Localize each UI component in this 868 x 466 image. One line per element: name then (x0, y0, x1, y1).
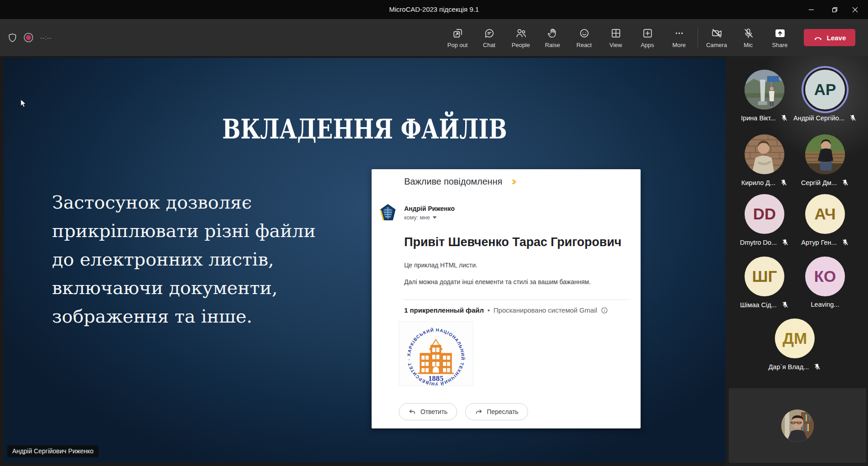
more-icon (673, 27, 685, 39)
toolbar-button-label: More (672, 42, 686, 48)
toolbar-button-label: Chat (483, 42, 495, 48)
react-icon (578, 27, 590, 39)
slide-body-text: Застосунок дозволяєприкріплювати різні ф… (52, 188, 316, 331)
leave-label: Leave (827, 34, 846, 42)
participant-avatar-photo (745, 134, 784, 174)
toolbar-button-label: Pop out (448, 42, 468, 48)
participant-name: Кирило Д... (741, 179, 775, 186)
toolbar-button-people[interactable]: People (505, 19, 537, 56)
toolbar-button-label: Share (772, 42, 788, 48)
toolbar-button-camera[interactable]: Camera (701, 19, 732, 56)
participant-label: Leaving... (811, 301, 840, 308)
toolbar-button-share[interactable]: Share (764, 19, 796, 56)
email-to-row: кому: мне (404, 214, 437, 221)
participant-tile[interactable]: Сергій Дм... (789, 134, 861, 186)
participant-label: Ірина Вікт... (741, 114, 788, 122)
participant-label: Сергій Дм... (801, 179, 849, 186)
toolbar-button-raise[interactable]: Raise (537, 19, 568, 56)
toolbar-button-popout[interactable]: Pop out (442, 19, 473, 56)
forward-button: Переслать (465, 403, 528, 420)
participant-avatar-initials: ШГ (745, 257, 784, 296)
restore-button[interactable] (824, 0, 845, 19)
self-avatar (781, 409, 814, 442)
email-heading: Привіт Шевченко Тарас Григорович (404, 235, 622, 249)
attachment-scanned-note: Просканировано системой Gmail (494, 306, 597, 314)
participant-name: Leaving... (811, 301, 840, 308)
participant-avatar-initials: АР (805, 70, 845, 109)
meeting-timer: --:-- (40, 34, 52, 41)
reply-arrow-icon (408, 408, 416, 416)
attachment-info-row: 1 прикрепленный файл • Просканировано си… (404, 306, 608, 314)
toolbar-button-label: Camera (706, 42, 727, 48)
self-video-tile[interactable] (729, 388, 866, 463)
participant-label: Артур Ген... (801, 238, 849, 246)
mic-off-icon (849, 114, 857, 122)
participant-tile[interactable]: АЧАртур Ген... (789, 194, 861, 246)
close-button[interactable] (844, 0, 865, 19)
toolbar-button-react[interactable]: React (568, 19, 600, 56)
people-icon (515, 27, 527, 39)
mic-off-icon (780, 114, 788, 122)
shield-icon (7, 33, 18, 43)
participant-name: Артур Ген... (801, 239, 836, 246)
participant-avatar-initials: АЧ (805, 194, 845, 234)
leave-button[interactable]: Leave (804, 29, 855, 46)
toolbar-button-label: View (609, 42, 622, 48)
participant-tile[interactable]: АРАндрій Сергійо... (789, 70, 861, 122)
email-body-line2: Далі можна додати інші елементи та стилі… (404, 278, 591, 285)
participant-name: Шімаа Сід... (740, 301, 777, 309)
importance-marker-icon (510, 178, 519, 186)
participant-label: Шімаа Сід... (740, 301, 789, 309)
cameraOff-icon (711, 27, 723, 39)
email-body-line1: Це приклад HTML листи. (404, 262, 477, 269)
attachment-count: 1 прикрепленный файл (404, 306, 484, 314)
participant-avatar-initials: КО (805, 257, 845, 296)
toolbar-button-label: Mic (744, 42, 753, 48)
shared-screen-stage: ВКЛАДЕННЯ ФАЙЛІВ Застосунок дозволяєприк… (4, 58, 726, 462)
participant-name: Дар`я Влад... (769, 363, 809, 371)
forward-label: Переслать (487, 408, 519, 415)
toolbar-button-more[interactable]: More (663, 19, 695, 56)
participant-label: Dmytro Do... (740, 238, 789, 246)
reply-label: Ответить (420, 408, 448, 415)
participant-label: Андрій Сергійо... (793, 114, 857, 122)
participant-tile[interactable]: ДМДар`я Влад... (759, 319, 831, 371)
toolbar-button-mic[interactable]: Mic (732, 19, 764, 56)
participant-label: Кирило Д... (741, 179, 788, 186)
attachment-thumbnail: НАЦІОНАЛЬНИЙ ТЕХНІЧНИЙ УНІВЕРСИТЕТ · ХАР… (399, 321, 473, 386)
mic-off-icon (841, 179, 849, 186)
toolbar-button-apps[interactable]: Apps (632, 19, 663, 56)
participant-avatar-initials: DD (745, 194, 784, 234)
toolbar-button-view[interactable]: View (600, 19, 632, 56)
mic-off-icon (781, 301, 789, 309)
participant-avatar-initials: ДМ (775, 319, 815, 358)
toolbar-button-label: People (512, 42, 530, 48)
hangup-icon (813, 33, 823, 43)
toolbar-separator (698, 28, 698, 48)
view-icon (610, 27, 622, 39)
participant-name: Ірина Вікт... (741, 114, 776, 122)
email-to: кому: мне (404, 214, 430, 221)
participant-name: Dmytro Do... (740, 239, 777, 246)
presenter-name-label: Андрій Сергійович Риженко (7, 445, 99, 457)
popout-icon (452, 27, 464, 39)
sender-avatar (380, 204, 396, 221)
reply-button: Ответить (399, 403, 457, 420)
email-preview-card: Важливе повідомлення Андрій Риженко кому… (372, 169, 641, 428)
email-sender-name: Андрій Риженко (404, 205, 455, 212)
slide-title: ВКЛАДЕННЯ ФАЙЛІВ (76, 113, 654, 145)
minimize-button[interactable] (801, 0, 821, 19)
meeting-toolbar: --:-- Pop outChatPeopleRaiseReactViewApp… (0, 19, 868, 56)
raise-icon (547, 27, 559, 39)
mic-off-icon (780, 179, 788, 186)
participant-avatar-photo (805, 134, 845, 174)
participant-avatar-photo (745, 70, 784, 109)
window-title: MicroCAD-2023 підсекція 9.1 (0, 0, 868, 19)
share-icon (774, 27, 786, 39)
window-titlebar: MicroCAD-2023 підсекція 9.1 (0, 0, 868, 19)
micOff-icon (742, 27, 755, 39)
mouse-cursor (20, 99, 27, 108)
participant-tile[interactable]: КОLeaving... (789, 257, 861, 308)
toolbar-button-chat[interactable]: Chat (473, 19, 505, 56)
mic-off-icon (813, 363, 821, 371)
